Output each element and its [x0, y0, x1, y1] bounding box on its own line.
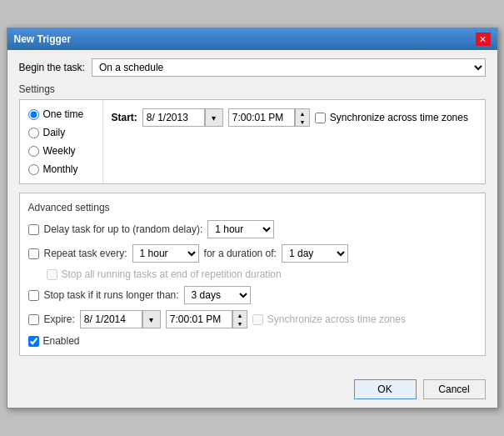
delay-select[interactable]: 1 hour — [207, 220, 274, 238]
repeat-row: Repeat task every: 1 hour for a duration… — [28, 244, 477, 263]
expire-time-group: ▲ ▼ — [166, 310, 247, 328]
title-bar: New Trigger ✕ — [7, 28, 497, 50]
enabled-checkbox[interactable] — [28, 336, 39, 347]
expire-row: Expire: ▾ ▲ ▼ Synchronize across time zo… — [28, 310, 477, 328]
duration-label: for a duration of: — [204, 248, 277, 259]
expire-date-input[interactable] — [80, 310, 142, 328]
radio-daily[interactable]: Daily — [28, 127, 94, 138]
dialog-body: Begin the task: On a schedule Settings O… — [7, 50, 497, 373]
radio-group: One time Daily Weekly Monthly — [20, 100, 103, 183]
settings-section-label: Settings — [19, 83, 486, 95]
begin-task-label: Begin the task: — [19, 62, 85, 73]
expire-label: Expire: — [44, 313, 75, 325]
delay-label: Delay task for up to (random delay): — [44, 223, 203, 235]
delay-checkbox[interactable] — [28, 224, 39, 235]
stop-running-row: Stop all running tasks at end of repetit… — [28, 268, 477, 280]
stop-running-checkbox — [47, 269, 57, 280]
radio-daily-label: Daily — [43, 127, 66, 138]
radio-monthly-input[interactable] — [28, 164, 39, 175]
expire-checkbox[interactable] — [28, 314, 39, 325]
radio-one-time[interactable]: One time — [28, 108, 94, 120]
repeat-checkbox[interactable] — [28, 248, 39, 259]
time-group: ▲ ▼ — [228, 108, 310, 127]
date-picker-button[interactable]: ▾ — [205, 108, 223, 127]
repeat-select[interactable]: 1 hour — [132, 244, 199, 263]
new-trigger-dialog: New Trigger ✕ Begin the task: On a sched… — [7, 28, 498, 408]
delay-row: Delay task for up to (random delay): 1 h… — [28, 220, 477, 238]
advanced-title: Advanced settings — [28, 202, 477, 213]
stop-running-label: Stop all running tasks at end of repetit… — [62, 268, 282, 280]
radio-one-time-input[interactable] — [28, 109, 39, 120]
expire-date-group: ▾ — [80, 310, 161, 328]
stop-longer-select[interactable]: 3 days — [184, 286, 251, 304]
expire-time-spinner: ▲ ▼ — [232, 310, 247, 328]
advanced-section: Advanced settings Delay task for up to (… — [19, 193, 486, 356]
time-spinner: ▲ ▼ — [295, 108, 310, 127]
duration-select[interactable]: 1 day — [282, 244, 348, 263]
begin-task-row: Begin the task: On a schedule — [19, 58, 486, 77]
sync-label: Synchronize across time zones — [330, 112, 468, 123]
expire-sync-label: Synchronize across time zones — [267, 313, 406, 325]
sync-checkbox-row: Synchronize across time zones — [315, 112, 468, 123]
expire-time-up-button[interactable]: ▲ — [233, 311, 247, 319]
start-time-input[interactable] — [228, 108, 295, 127]
time-up-button[interactable]: ▲ — [296, 109, 309, 118]
expire-date-picker-button[interactable]: ▾ — [142, 310, 161, 328]
stop-longer-checkbox[interactable] — [28, 290, 39, 301]
radio-one-time-label: One time — [43, 108, 84, 120]
enabled-label: Enabled — [43, 335, 80, 347]
start-row: Start: ▾ ▲ ▼ Synchronize acr — [112, 108, 477, 127]
sync-checkbox[interactable] — [315, 113, 326, 123]
begin-task-select[interactable]: On a schedule — [92, 58, 486, 77]
schedule-area: Start: ▾ ▲ ▼ Synchronize acr — [103, 100, 485, 183]
radio-monthly[interactable]: Monthly — [28, 163, 94, 175]
date-select-group: ▾ — [142, 108, 223, 127]
ok-button[interactable]: OK — [354, 379, 417, 399]
stop-longer-label: Stop task if it runs longer than: — [44, 289, 179, 301]
time-down-button[interactable]: ▼ — [296, 118, 309, 126]
button-row: OK Cancel — [7, 373, 497, 408]
expire-sync-row: Synchronize across time zones — [252, 313, 406, 325]
enabled-row: Enabled — [28, 335, 477, 347]
radio-weekly-input[interactable] — [28, 146, 39, 157]
repeat-label: Repeat task every: — [44, 248, 127, 259]
expire-time-input[interactable] — [166, 310, 232, 328]
radio-weekly-label: Weekly — [43, 145, 76, 157]
expire-sync-checkbox — [252, 314, 263, 325]
radio-daily-input[interactable] — [28, 128, 39, 138]
settings-box: One time Daily Weekly Monthly Sta — [19, 99, 486, 184]
start-label: Start: — [112, 112, 137, 123]
close-button[interactable]: ✕ — [476, 33, 491, 46]
start-date-input[interactable] — [142, 108, 205, 127]
expire-time-down-button[interactable]: ▼ — [233, 319, 247, 328]
stop-longer-row: Stop task if it runs longer than: 3 days — [28, 286, 477, 304]
radio-weekly[interactable]: Weekly — [28, 145, 94, 157]
radio-monthly-label: Monthly — [43, 163, 78, 175]
dialog-title: New Trigger — [14, 33, 72, 45]
cancel-button[interactable]: Cancel — [423, 379, 486, 399]
